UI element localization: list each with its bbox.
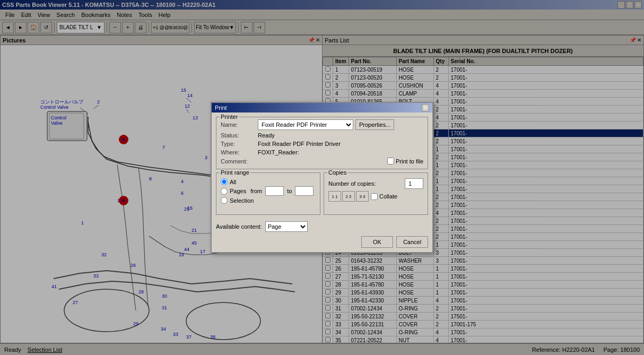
dialog-title: Print: [215, 105, 227, 111]
dialog-title-bar: Print ✕: [212, 103, 432, 112]
print-dialog-overlay: Print ✕ Printer Name: Foxit Reader PDF P…: [0, 0, 644, 355]
printer-select[interactable]: Foxit Reader PDF Printer: [258, 119, 353, 130]
to-input[interactable]: [295, 186, 314, 196]
dialog-close-btn[interactable]: ✕: [422, 104, 429, 111]
printer-group: Printer Name: Foxit Reader PDF Printer P…: [216, 117, 428, 169]
available-content-select[interactable]: Page: [265, 221, 308, 232]
pages-label: Pages: [230, 188, 246, 194]
print-content-row: Available content: Page: [216, 221, 428, 232]
all-radio-row: All: [221, 178, 316, 185]
print-to-file-label: Print to file: [387, 158, 423, 164]
name-label: Name:: [221, 122, 258, 128]
pages-radio[interactable]: [221, 188, 228, 195]
type-value: Foxit Reader PDF Printer Driver: [258, 141, 423, 147]
properties-button[interactable]: Properties...: [355, 119, 394, 130]
page-btn-2[interactable]: 2 2: [342, 191, 355, 202]
status-label: Status:: [221, 132, 258, 138]
selection-label: Selection: [230, 197, 254, 204]
to-label: to: [286, 188, 293, 194]
pages-radio-row: Pages from to: [221, 186, 316, 196]
comment-label: Comment:: [221, 158, 258, 164]
copies-count-row: Number of copies:: [328, 178, 423, 189]
status-row: Status: Ready: [221, 132, 423, 138]
where-label: Where:: [221, 149, 258, 155]
dialog-buttons: OK Cancel: [216, 236, 428, 248]
copies-spinner[interactable]: [405, 178, 423, 189]
type-row: Type: Foxit Reader PDF Printer Driver: [221, 141, 423, 147]
num-copies-label: Number of copies:: [328, 180, 405, 187]
where-row: Where: FOXIT_Reader:: [221, 149, 423, 155]
available-content-label: Available content:: [216, 223, 262, 230]
cancel-button[interactable]: Cancel: [396, 236, 428, 248]
printer-name-row: Name: Foxit Reader PDF Printer Propertie…: [221, 119, 423, 130]
selection-radio-row: Selection: [221, 197, 316, 204]
type-label: Type:: [221, 141, 258, 147]
all-radio[interactable]: [221, 178, 228, 185]
from-label: from: [250, 188, 262, 194]
copies-group: Copies Number of copies: 1 1 2 2 3 3: [324, 172, 428, 215]
from-input[interactable]: [265, 186, 284, 196]
ok-button[interactable]: OK: [361, 236, 393, 248]
comment-row: Comment: Print to file: [221, 158, 423, 164]
copies-title: Copies: [327, 169, 347, 176]
page-btn-3[interactable]: 3 3: [356, 191, 369, 202]
print-range-title: Print range: [220, 169, 250, 176]
page-btn-1[interactable]: 1 1: [328, 191, 341, 202]
selection-radio[interactable]: [221, 197, 228, 204]
collate-label: Collate: [371, 193, 397, 200]
page-buttons: 1 1 2 2 3 3: [328, 191, 369, 202]
print-range-group: Print range All Pages from to: [216, 172, 320, 215]
dialog-body: Printer Name: Foxit Reader PDF Printer P…: [212, 112, 432, 252]
status-value: Ready: [258, 132, 423, 138]
printer-group-title: Printer: [220, 114, 239, 120]
collate-checkbox[interactable]: [371, 193, 378, 200]
where-value: FOXIT_Reader:: [258, 149, 423, 155]
print-to-file-checkbox[interactable]: [387, 158, 394, 164]
all-label: All: [230, 179, 236, 185]
print-dialog: Print ✕ Printer Name: Foxit Reader PDF P…: [211, 102, 433, 253]
